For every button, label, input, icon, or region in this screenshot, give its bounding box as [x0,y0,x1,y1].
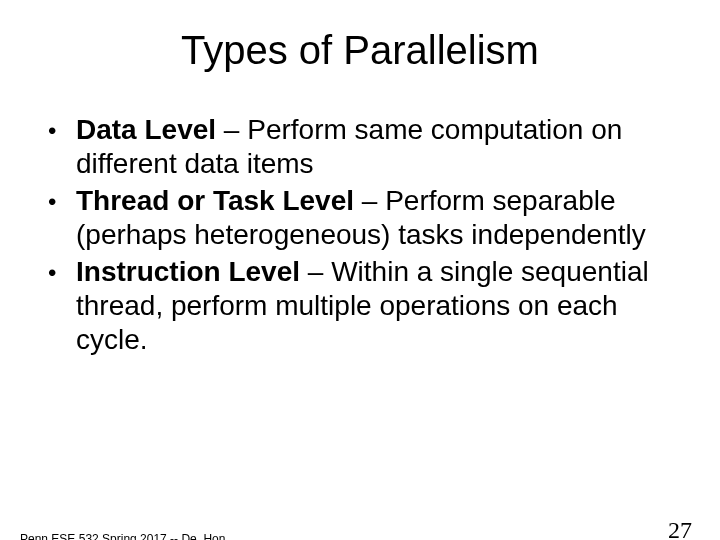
bullet-label: Data Level [76,114,216,145]
list-item: Data Level – Perform same computation on… [48,113,660,180]
bullet-label: Thread or Task Level [76,185,354,216]
footer-course-info: Penn ESE 532 Spring 2017 -- De. Hon [20,532,225,540]
bullet-list: Data Level – Perform same computation on… [48,113,660,356]
list-item: Instruction Level – Within a single sequ… [48,255,660,356]
bullet-label: Instruction Level [76,256,300,287]
page-number: 27 [668,517,692,540]
slide-title: Types of Parallelism [0,28,720,73]
list-item: Thread or Task Level – Perform separable… [48,184,660,251]
slide: Types of Parallelism Data Level – Perfor… [0,28,720,540]
slide-body: Data Level – Perform same computation on… [48,113,660,356]
